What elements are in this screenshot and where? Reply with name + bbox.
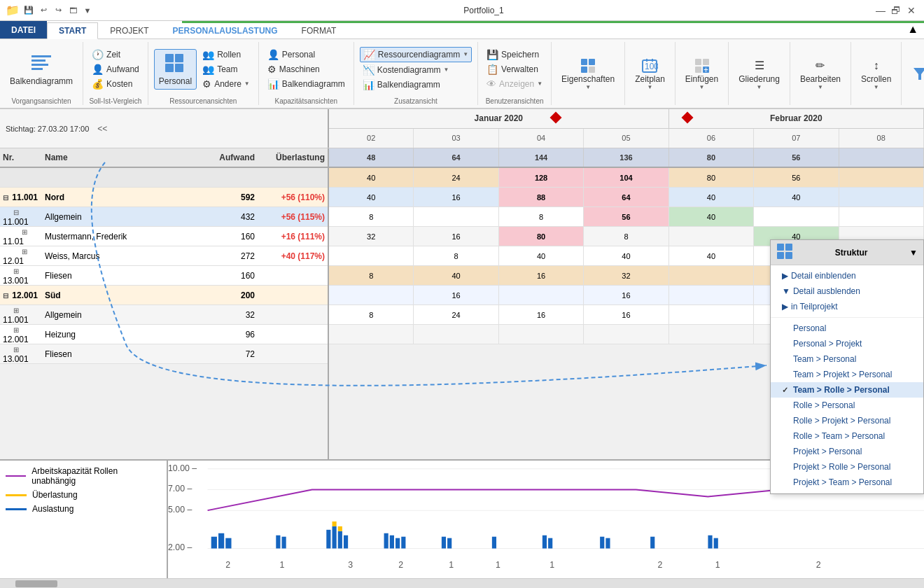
maximize-btn[interactable]: 🗗 (889, 4, 903, 18)
menu-item-rolle-projekt-personal[interactable]: Rolle > Projekt > Personal (771, 413, 923, 428)
zeit-btn[interactable]: 🕐 Zeit (89, 48, 142, 62)
maschinen-btn[interactable]: ⚙ Maschinen (265, 62, 348, 76)
window-btn[interactable]: 🗔 (66, 4, 79, 17)
structure-panel-grid-icon (776, 243, 793, 262)
menu-item-team-rolle-personal[interactable]: ✓ Team > Rolle > Personal (771, 382, 923, 398)
expand-mustermann[interactable]: ⊞ (22, 228, 27, 236)
team-res-btn[interactable]: 👥 Team (200, 62, 253, 76)
table-row-fliesen-sued[interactable]: ⊞ 13.001 Fliesen 72 (0, 344, 328, 364)
nav-back-btn[interactable]: << (94, 122, 110, 135)
expand-nord[interactable]: ⊟ (3, 194, 8, 202)
einfuegen-btn[interactable]: + Einfügen ▼ (681, 55, 722, 92)
nr-fliesen-nord: ⊞ 13.001 (0, 266, 42, 286)
svg-text:2: 2 (225, 560, 230, 570)
aufwand-nord: 592 (202, 192, 258, 202)
scrollbar-thumb[interactable] (15, 580, 57, 587)
aufwand-sued: 200 (202, 290, 258, 300)
redo-btn[interactable]: ↪ (52, 4, 64, 17)
menu-item-personal[interactable]: Personal (771, 321, 923, 336)
expand-allgemein-1[interactable]: ⊟ (13, 209, 19, 216)
table-row-mustermann[interactable]: ⊞ 11.01 Mustermann, Frederik 160 +16 (11… (0, 227, 328, 246)
menu-item-projekt-team-personal-label: Projekt > Team > Personal (793, 477, 892, 487)
ribbon-tabs: DATEI START PROJEKT PERSONALAUSLASTUNG F… (0, 21, 924, 39)
scrollen-btn[interactable]: ↕ Scrollen ▼ (857, 55, 895, 92)
menu-item-rolle-team-personal-label: Rolle > Team > Personal (793, 431, 885, 441)
balken-kap-btn[interactable]: 📊 Balkendiagramm (265, 77, 348, 91)
grid-header: 48 64 144 136 80 56 (329, 148, 924, 168)
speichern-btn[interactable]: 💾 Speichern (484, 48, 545, 62)
expand-allgemein-sued[interactable]: ⊞ (13, 307, 19, 314)
tab-projekt[interactable]: PROJEKT (98, 22, 160, 39)
balkendiagramm-btn[interactable]: Balkendiagramm (6, 50, 77, 89)
balken-zusatz-btn[interactable]: 📊 Balkendiagramm (360, 78, 472, 92)
tab-personalauslastung[interactable]: PERSONALAUSLASTUNG (161, 22, 290, 39)
customize-btn[interactable]: ▼ (81, 4, 94, 17)
structure-panel-dropdown-arrow[interactable]: ▼ (909, 248, 918, 258)
table-row-allgemein-sued[interactable]: ⊞ 11.001 Allgemein 32 (0, 305, 328, 325)
personal-kap-btn[interactable]: 👤 Personal (265, 48, 348, 62)
tab-datei[interactable]: DATEI (0, 21, 47, 38)
kosten-btn[interactable]: 💰 Kosten (89, 77, 142, 91)
ribbon-group-bearbeiten: ✏ Bearbeiten ▼ (790, 42, 851, 105)
minimize-btn[interactable]: — (874, 4, 888, 18)
kostendiagramm-btn[interactable]: 📉 Kostendiagramm ▼ (360, 63, 472, 77)
save-quick-btn[interactable]: 💾 (22, 4, 35, 17)
table-row-sued[interactable]: ⊟ 12.001 Süd 200 (0, 286, 328, 305)
gantt-months: Januar 2020 Februar 2020 (329, 109, 924, 129)
expand-heizung[interactable]: ⊞ (13, 326, 19, 334)
menu-item-projekt-rolle-personal[interactable]: Projekt > Rolle > Personal (771, 459, 923, 475)
table-row-heizung[interactable]: ⊞ 12.001 Heizung 96 (0, 325, 328, 344)
expand-fliesen-sued[interactable]: ⊞ (13, 346, 19, 354)
verwalten-btn[interactable]: 📋 Verwalten (484, 62, 545, 76)
zeitplan-btn[interactable]: 100 Zeitplan ▼ (631, 55, 669, 92)
eigenschaften-btn[interactable]: Eigenschaften ▼ (557, 55, 619, 92)
menu-item-team-projekt-personal[interactable]: Team > Projekt > Personal (771, 367, 923, 382)
svg-rect-1 (31, 59, 46, 62)
menu-item-rolle-personal[interactable]: Rolle > Personal (771, 398, 923, 413)
name-allgemein-sued: Allgemein (42, 310, 202, 320)
tab-start[interactable]: START (47, 22, 98, 39)
ribbon-group-filter (902, 42, 924, 105)
zusatz-label: Zusatzansicht (394, 97, 438, 105)
menu-item-personal-projekt[interactable]: Personal > Projekt (771, 336, 923, 351)
tab-format[interactable]: FORMAT (290, 22, 349, 39)
menu-item-rolle-personal-label: Rolle > Personal (793, 400, 855, 410)
detail-einblenden-icon: ▶ (782, 271, 788, 281)
nr-heizung-val: 12.001 (3, 335, 29, 344)
table-row-allgemein-1[interactable]: ⊟ 11.001 Allgemein 432 +56 (115%) (0, 207, 328, 227)
dropdown-detail-einblenden[interactable]: ▶ Detail einblenden (771, 268, 923, 284)
expand-fliesen-nord[interactable]: ⊞ (13, 267, 19, 275)
ressourcen-content: Personal 👥 Rollen 👥 Team ⚙ Andere ▼ (154, 42, 253, 96)
dropdown-detail-ausblenden[interactable]: ▼ Detail ausblenden (771, 284, 923, 299)
table-row-nord[interactable]: ⊟ 11.001 Nord 592 +56 (110%) (0, 188, 328, 207)
grid-sum-col: 48 (329, 148, 414, 167)
menu-item-rolle-team-personal[interactable]: Rolle > Team > Personal (771, 428, 923, 444)
table-row-summary (0, 168, 328, 188)
andere-btn[interactable]: ⚙ Andere ▼ (200, 77, 253, 91)
menu-item-projekt-team-personal[interactable]: Projekt > Team > Personal (771, 475, 923, 490)
detail-ausblenden-icon: ▼ (782, 286, 790, 296)
dropdown-teilprojekt[interactable]: ▶ in Teilprojekt (771, 299, 923, 314)
aufwand-btn[interactable]: 👤 Aufwand (89, 62, 142, 76)
expand-sued[interactable]: ⊟ (3, 292, 8, 300)
personal-res-btn[interactable]: Personal (154, 49, 197, 90)
grid-sum-col6: 56 (754, 148, 839, 167)
horizontal-scrollbar[interactable] (0, 578, 924, 588)
menu-item-projekt-personal[interactable]: Projekt > Personal (771, 444, 923, 459)
ressourcendiagramm-btn[interactable]: 📈 Ressourcendiagramm ▼ (360, 47, 472, 62)
gantt-right-header: Januar 2020 Februar 2020 02 03 04 05 06 … (329, 109, 924, 148)
table-row-weiss[interactable]: ⊞ 12.01 Weiss, Marcus 272 +40 (117%) (0, 246, 328, 266)
close-btn[interactable]: ✕ (904, 4, 918, 18)
filter1-btn[interactable] (907, 63, 924, 84)
gliederung-content: ☰ Gliederung ▼ (734, 42, 784, 105)
gliederung-btn[interactable]: ☰ Gliederung ▼ (734, 55, 784, 92)
anzeigen-btn[interactable]: 👁 Anzeigen ▼ (484, 77, 545, 91)
expand-weiss[interactable]: ⊞ (22, 248, 27, 255)
gc-weiss-2: 16 (414, 227, 498, 246)
bearbeiten-btn[interactable]: ✏ Bearbeiten ▼ (796, 55, 845, 92)
anzeigen-icon: 👁 (486, 78, 496, 90)
menu-item-team-personal[interactable]: Team > Personal (771, 351, 923, 367)
rollen-btn[interactable]: 👥 Rollen (200, 48, 253, 62)
table-row-fliesen-nord[interactable]: ⊞ 13.001 Fliesen 160 (0, 266, 328, 286)
undo-btn[interactable]: ↩ (37, 4, 50, 17)
